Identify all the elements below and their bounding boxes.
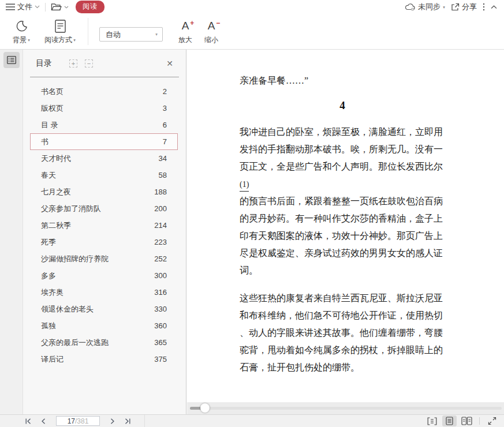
toc-item[interactable]: 孤独360 [30, 317, 178, 334]
expand-all-icon[interactable]: + [69, 59, 77, 68]
ribbon-divider [88, 18, 88, 45]
last-page-button[interactable] [120, 415, 135, 427]
moon-icon [15, 18, 28, 33]
sync-status-label: 未同步 [418, 2, 440, 12]
toc-item[interactable]: 死季223 [30, 234, 178, 250]
zoom-in-button[interactable]: A+ 放大 [173, 18, 197, 45]
read-mode-badge[interactable]: 阅读 [76, 1, 104, 13]
toc-header: 目录 + − ✕ [36, 57, 173, 70]
progress-slider [187, 402, 504, 414]
text-line: 词。 [240, 262, 445, 279]
folder-icon [51, 3, 62, 11]
collapse-toolbar-button[interactable] [491, 5, 497, 9]
text-line: 石膏，扯开包扎伤处的绷带。 [240, 359, 445, 376]
hamburger-icon [6, 3, 15, 10]
first-page-button[interactable] [21, 415, 36, 427]
text-line: 这些狂热的康复者来自特兰西瓦尼亚、斯拉沃尼亚 [240, 290, 445, 307]
toc-title: 目录 [36, 58, 52, 69]
toc-item[interactable]: 七月之夜188 [30, 183, 178, 200]
reading-mode-label: 阅读方式 [44, 35, 72, 45]
previous-page-button[interactable] [36, 415, 51, 427]
background-caret-icon: ▾ [28, 38, 30, 42]
left-rail [0, 50, 23, 414]
page-navigation: 17/381 [21, 415, 135, 427]
toc-item[interactable]: 书名页2 [30, 83, 178, 100]
paragraph: 我冲进自己的卧室，烦躁至极，满脸通红，立即用 发抖的手指翻动那本破书。唉，所剩无… [240, 123, 445, 279]
text-line: 印有天鹅图案的液体，功效十分神妙。那页广告上 [240, 227, 445, 245]
text-line: 驼背，甩动着如今纯属多余的拐杖，拆掉眼睛上的 [240, 342, 445, 359]
reading-mode-caret-icon: ▾ [73, 38, 76, 42]
file-menu-label: 文件 [17, 2, 32, 12]
kebab-menu-icon [483, 3, 485, 11]
page-canvas[interactable]: 亲准备早餐……” 4 我冲进自己的卧室，烦躁至极，满脸通红，立即用 发抖的手指翻… [187, 50, 504, 402]
collapse-all-icon[interactable]: − [85, 59, 93, 68]
text-line: (1) [240, 175, 445, 193]
more-options-button[interactable] [483, 3, 485, 11]
toc-header-divider [30, 77, 179, 77]
zoom-out-icon: A− [208, 20, 215, 32]
fullscreen-button[interactable] [485, 415, 499, 426]
text-line: 亲准备早餐……” [240, 72, 445, 89]
single-page-view-button[interactable] [442, 415, 457, 426]
background-button[interactable]: 背景 ▾ [8, 18, 35, 45]
sync-status-button[interactable]: 未同步 ▾ [405, 2, 445, 12]
toc-item[interactable]: 春天58 [30, 167, 178, 183]
zoom-out-label: 缩小 [204, 35, 218, 45]
background-label: 背景 [13, 35, 27, 45]
cloud-sync-icon [405, 3, 416, 11]
view-mode-group [425, 415, 499, 427]
zoom-in-icon: A+ [182, 20, 189, 32]
toc-item[interactable]: 天才时代34 [30, 150, 178, 167]
statusbar-divider [144, 415, 145, 427]
toc-list-icon [7, 56, 16, 64]
zoom-level-select[interactable]: 自动 ▾ [99, 27, 163, 42]
toc-item[interactable]: 父亲的最后一次逃跑365 [30, 334, 178, 351]
text-line: 我冲进自己的卧室，烦躁至极，满脸通红，立即用 [240, 123, 445, 141]
toc-item[interactable]: 版权页3 [30, 100, 178, 117]
zoom-select-caret-icon: ▾ [155, 32, 158, 36]
share-button[interactable]: 分享 [451, 2, 477, 12]
view-group-divider [479, 417, 480, 425]
toc-item[interactable]: 多多300 [30, 267, 178, 284]
continuous-view-button[interactable] [425, 415, 439, 426]
reading-mode-button[interactable]: 阅读方式 ▾ [42, 18, 79, 45]
titlebar-divider [45, 3, 46, 12]
chevron-down-icon [35, 5, 40, 9]
chapter-heading: 4 [240, 97, 445, 114]
close-icon[interactable]: ✕ [166, 59, 173, 68]
text-line: 和布科维纳，他们急不可待地公开作证，使用热切 [240, 307, 445, 324]
toc-item[interactable]: 沙漏做招牌的疗养院252 [30, 250, 178, 267]
zoom-level-value: 自动 [106, 29, 121, 40]
document-icon [55, 18, 66, 33]
ribbon-toolbar: 背景 ▾ 阅读方式 ▾ 自动 ▾ A+ 放大 A− 缩小 [0, 14, 504, 50]
next-page-button[interactable] [105, 415, 120, 427]
slider-track[interactable] [190, 407, 502, 410]
toc-item[interactable]: 目 录6 [30, 117, 178, 133]
toc-item[interactable]: 父亲参加了消防队200 [30, 200, 178, 217]
text-line: 尽是权威鉴定、亲身试过药效的男男女女的感人证 [240, 245, 445, 262]
two-page-view-button[interactable] [460, 415, 474, 426]
text-line: 、动人的字眼来讲述其故事。他们缠着绷带，弯腰 [240, 324, 445, 342]
toc-item[interactable]: 埃齐奥316 [30, 284, 178, 301]
toc-item[interactable]: 领退休金的老头330 [30, 301, 178, 317]
toc-item[interactable]: 译后记375 [30, 351, 178, 368]
sync-caret-down-icon: ▾ [443, 5, 445, 9]
text-line: 页正文，全是些广告和个人声明。那位长发西比尔 [240, 158, 445, 175]
open-file-button[interactable] [51, 3, 69, 11]
zoom-in-label: 放大 [178, 35, 192, 45]
toc-item-selected[interactable]: 书7 [30, 133, 178, 150]
main-menu-button[interactable]: 文件 [6, 2, 40, 12]
toc-sidebar: 目录 + − ✕ 书名页2 版权页3 目 录6 书7 天才时代34 春天58 七… [23, 50, 186, 414]
folder-chevron-down-icon[interactable] [64, 6, 69, 9]
zoom-out-button[interactable]: A− 缩小 [199, 18, 223, 45]
status-bar: 17/381 [0, 414, 504, 427]
footnote-link[interactable]: (1) [240, 178, 249, 192]
toc-item[interactable]: 第二秋季214 [30, 217, 178, 234]
slider-handle[interactable] [200, 403, 210, 413]
current-page: 17 [68, 417, 75, 425]
chevron-up-icon [491, 5, 497, 9]
toc-panel-toggle-button[interactable] [3, 52, 20, 68]
share-label: 分享 [462, 2, 477, 12]
paragraph: 这些狂热的康复者来自特兰西瓦尼亚、斯拉沃尼亚 和布科维纳，他们急不可待地公开作证… [240, 290, 445, 376]
page-number-input[interactable]: 17/381 [56, 416, 100, 426]
